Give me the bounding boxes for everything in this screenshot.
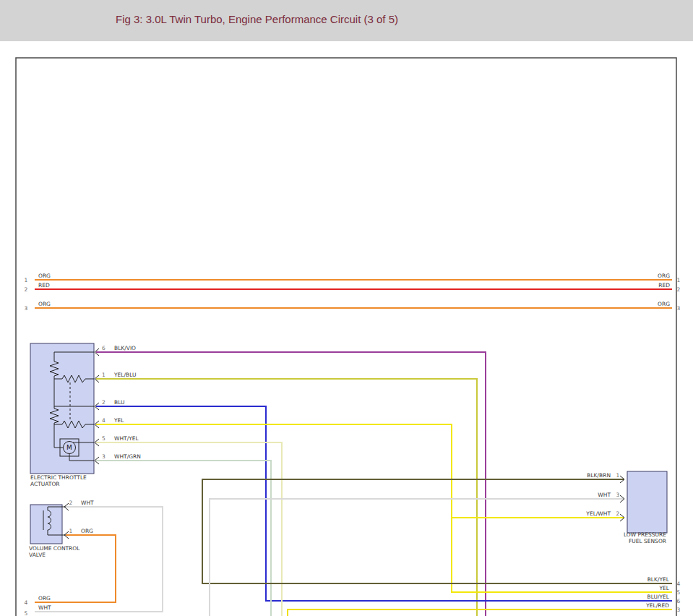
wire-yel-color-label: YEL	[659, 585, 670, 591]
volume-control-valve-label: VOLUME CONTROL	[29, 545, 80, 552]
wire-org-valve-pin-number: 4	[25, 599, 28, 606]
electric-throttle-actuator-label: ELECTRIC THROTTLE	[30, 474, 87, 481]
wire-wht-valve-color-label: WHT	[81, 500, 94, 506]
top-wire-red-2-pin-number: 2	[677, 286, 681, 293]
wire-wht-grn-pin-number: 3	[102, 453, 106, 460]
wire-org-valve-color-label: ORG	[81, 528, 93, 534]
wire-yel-red-color-label: YEL/RED	[645, 602, 669, 609]
electric-throttle-actuator-box	[30, 343, 94, 474]
top-wire-org-1-pin-number: 1	[677, 277, 681, 283]
wire-yel-blu-color-label: YEL/BLU	[113, 372, 136, 378]
top-wire-org-3-color-label: ORG	[38, 301, 51, 307]
wire-wht-grn-color-label: WHT/GRN	[114, 453, 141, 460]
wire-yel-wht-color-label: YEL/WHT	[585, 510, 611, 517]
wire-wht-valve-pin-number: 5	[25, 610, 28, 616]
motor-label: M	[66, 444, 72, 451]
low-pressure-fuel-sensor-box	[627, 471, 667, 533]
wire-blu-color-label: BLU/YEL	[647, 594, 670, 600]
wire-blu-pin-number: 2	[102, 399, 106, 406]
top-wire-org-3-pin-number: 3	[677, 305, 681, 312]
volume-control-valve-label: VALVE	[29, 552, 46, 558]
wire-yel-color-label: YEL	[113, 417, 124, 424]
wire-blk-vio-pin-number: 6	[102, 345, 106, 351]
electric-throttle-actuator-label: ACTUATOR	[30, 481, 60, 487]
top-wire-red-2-color-label: RED	[38, 282, 50, 288]
top-wire-org-3-color-label: ORG	[658, 301, 670, 307]
wire-yel-pin-number: 5	[677, 589, 681, 596]
wire-wht-valve-pin-number: 2	[69, 500, 73, 506]
wire-wht-valve-color-label: WHT	[38, 604, 51, 611]
top-wire-org-3-pin-number: 3	[25, 305, 28, 312]
top-wire-red-2-pin-number: 2	[25, 286, 28, 293]
wire-org-valve-pin-number: 1	[69, 528, 73, 534]
wire-blk-brn-color-label: BLK/BRN	[587, 472, 611, 479]
wire-wht-yel-pin-number: 5	[102, 435, 106, 442]
wire-blu-color-label: BLU	[114, 399, 124, 406]
wire-blk-vio-color-label: BLK/VIO	[114, 345, 136, 351]
wire-blk-brn-color-label: BLK/YEL	[647, 576, 670, 583]
top-wire-org-1-color-label: ORG	[658, 273, 670, 279]
low-pressure-fuel-sensor-label: FUEL SENSOR	[629, 538, 666, 544]
wire-blk-brn-pin-number: 1	[616, 472, 620, 479]
top-wire-org-1-pin-number: 1	[25, 277, 28, 283]
wire-blk-brn-pin-number: 4	[677, 581, 681, 587]
wire-wht-sensor-pin-number: 3	[616, 492, 620, 498]
wiring-diagram: ELECTRIC THROTTLEACTUATORVOLUME CONTROLV…	[0, 0, 693, 616]
top-wire-org-1-color-label: ORG	[38, 273, 51, 279]
wire-wht-yel-color-label: WHT/YEL	[114, 435, 139, 442]
wire-yel-red-pin-number: 3	[677, 607, 681, 613]
wire-wht-sensor-color-label: WHT	[598, 492, 611, 498]
low-pressure-fuel-sensor-label: LOW PRESSURE	[624, 531, 666, 538]
wire-blu-pin-number: 6	[677, 598, 681, 604]
wire-yel-wht-pin-number: 2	[616, 510, 620, 517]
wire-yel-blu-pin-number: 1	[102, 372, 106, 378]
diagram-border	[16, 58, 676, 616]
wire-org-valve-color-label: ORG	[38, 595, 51, 602]
volume-control-valve-box	[30, 505, 62, 544]
top-wire-red-2-color-label: RED	[658, 282, 670, 288]
wire-yel-pin-number: 4	[102, 417, 106, 424]
